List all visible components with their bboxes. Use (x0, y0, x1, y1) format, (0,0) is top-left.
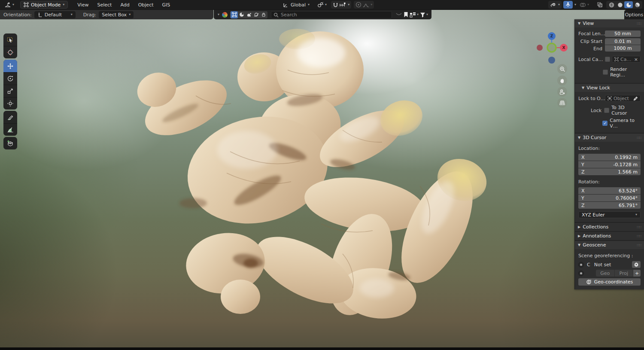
panel-geoscene-header[interactable]: ▼ Geoscene ∷∷ (575, 241, 644, 249)
display-mode-dropdown[interactable]: ▾ (410, 12, 419, 18)
chevron-down-icon[interactable]: ▾ (574, 3, 576, 6)
xray-toggle[interactable] (595, 1, 605, 9)
search-input[interactable] (271, 11, 392, 18)
panel-collections-header[interactable]: ▶ Collections ∷∷ (575, 223, 644, 231)
panel-3d-cursor-title: 3D Cursor (583, 135, 606, 140)
filter-objects-button[interactable] (231, 11, 238, 18)
grip-icon[interactable]: ∷∷ (637, 243, 641, 247)
filter-brush-button[interactable] (260, 11, 267, 18)
camera-view-button[interactable] (557, 87, 567, 97)
ginger-model[interactable] (119, 22, 489, 323)
cursor-location-z-field[interactable]: Z 1.566 m (578, 168, 641, 175)
scale-tool-button[interactable] (3, 85, 17, 97)
drag-label: Drag: (83, 12, 96, 18)
axis-x-ball[interactable]: X (560, 44, 568, 52)
axis-value: 1.566 m (590, 169, 638, 175)
panel-view-lock-header[interactable]: ▼ View Lock (575, 84, 644, 92)
local-camera-field[interactable]: Ca… × (612, 56, 641, 63)
menu-select[interactable]: Select (97, 2, 112, 8)
viewport-3d[interactable]: Z X (0, 10, 644, 347)
add-crs-button[interactable]: + (633, 270, 641, 277)
cursor-rotation-z-field[interactable]: Z 65.791° (578, 202, 641, 209)
panel-annotations-header[interactable]: ▶ Annotations ∷∷ (575, 232, 644, 240)
cursor-rotation-y-field[interactable]: Y 0.76004° (578, 195, 641, 201)
focal-length-field[interactable]: 50 mm (605, 30, 641, 37)
menu-object[interactable]: Object (138, 2, 154, 8)
geo-button[interactable]: Geo (596, 270, 614, 277)
filter-world-button[interactable] (252, 11, 260, 18)
triangle-open-icon: ▼ (578, 243, 580, 247)
orientation-dropdown[interactable]: Default ▾ (34, 11, 76, 18)
clip-start-field[interactable]: 0.01 m (605, 38, 641, 45)
show-gizmo-toggle[interactable] (563, 1, 573, 9)
measure-tool-button[interactable] (3, 123, 17, 136)
asset-category-button[interactable] (221, 11, 228, 18)
crs-radio[interactable] (578, 262, 584, 268)
magnet-icon (333, 2, 338, 8)
eyedropper-icon[interactable] (633, 96, 638, 101)
editor-type-button[interactable]: ▾ (3, 1, 16, 9)
chevron-down-icon[interactable]: ▾ (218, 13, 219, 16)
local-camera-checkbox[interactable] (605, 57, 610, 62)
filter-animals-button[interactable] (245, 11, 252, 18)
transform-tools-group: Global ▾ ▾ ▾ (279, 1, 374, 9)
pan-view-button[interactable] (557, 76, 567, 85)
annotate-tool-button[interactable] (3, 111, 17, 123)
proj-radio[interactable] (578, 271, 584, 276)
panel-3d-cursor-header[interactable]: ▼ 3D Cursor ∷∷ (575, 134, 644, 142)
navigation-gizmo[interactable]: Z X (532, 29, 573, 111)
visibility-dropdown[interactable]: ▾ (548, 1, 562, 9)
clip-end-label: End (578, 46, 605, 52)
cursor-location-x-field[interactable]: X 0.1992 m (578, 154, 641, 161)
filter-materials-button[interactable] (238, 11, 245, 18)
filter-dropdown[interactable]: ▾ (420, 12, 428, 18)
add-cube-tool-button[interactable] (3, 137, 17, 149)
clip-end-field[interactable]: 1000 m (605, 45, 641, 52)
zoom-view-button[interactable] (557, 64, 567, 74)
grip-icon[interactable]: ∷∷ (637, 21, 641, 26)
select-box-tool-button[interactable] (3, 33, 17, 46)
lock-to-object-field[interactable]: Object (605, 95, 641, 102)
grip-icon[interactable]: ∷∷ (637, 234, 641, 238)
shading-wireframe-button[interactable] (607, 1, 616, 8)
rotate-tool-button[interactable] (3, 72, 17, 85)
xray-icon (597, 2, 603, 8)
show-overlays-toggle[interactable]: ▾ (578, 1, 591, 9)
tool-options-tab[interactable]: Options (624, 10, 644, 19)
proportional-edit-group[interactable]: ▾ (354, 1, 374, 9)
axis-z-ball[interactable]: Z (548, 32, 556, 40)
wireframe-sphere-icon (609, 2, 614, 8)
to-3d-cursor-checkbox[interactable] (604, 108, 609, 113)
bookmark-icon[interactable] (404, 12, 408, 18)
cursor-tool-button[interactable] (3, 46, 17, 58)
rotation-mode-dropdown[interactable]: XYZ Euler ▾ (578, 211, 641, 218)
drag-dropdown[interactable]: Select Box ▾ (99, 11, 134, 18)
shading-rendered-button[interactable] (633, 1, 641, 8)
render-region-checkbox[interactable] (603, 70, 608, 75)
move-tool-button[interactable] (3, 60, 17, 72)
toggle-perspective-button[interactable] (557, 98, 567, 108)
cursor-location-y-field[interactable]: Y -0.1728 m (578, 161, 641, 168)
transform-orientation-dropdown[interactable]: Global ▾ (279, 1, 313, 9)
shading-material-button[interactable] (624, 1, 633, 8)
grip-icon[interactable]: ∷∷ (637, 225, 641, 229)
transform-tool-button[interactable] (3, 97, 17, 110)
axis-label: Z (581, 169, 590, 175)
geo-coordinates-button[interactable]: Geo-coordinates (578, 278, 641, 286)
rotate-tool-icon (7, 75, 14, 82)
menu-view[interactable]: View (77, 2, 88, 8)
menu-add[interactable]: Add (120, 2, 129, 8)
collapse-arc-icon[interactable] (395, 12, 402, 17)
panel-view-header[interactable]: ▼ View ∷∷ (575, 19, 644, 27)
menu-gis[interactable]: GIS (162, 2, 170, 8)
shading-solid-button[interactable] (616, 1, 624, 8)
pivot-point-dropdown[interactable]: ▾ (316, 1, 328, 9)
snap-toggle-group[interactable]: ▾ (331, 1, 351, 9)
grip-icon[interactable]: ∷∷ (637, 136, 641, 140)
camera-to-view-checkbox[interactable]: ✓ (602, 121, 608, 126)
close-icon[interactable]: × (634, 57, 638, 62)
proj-button[interactable]: Proj (615, 270, 633, 277)
cursor-rotation-x-field[interactable]: X 63.524° (578, 187, 641, 194)
mode-dropdown[interactable]: Object Mode ▾ (20, 1, 68, 9)
crs-settings-button[interactable] (632, 261, 641, 268)
